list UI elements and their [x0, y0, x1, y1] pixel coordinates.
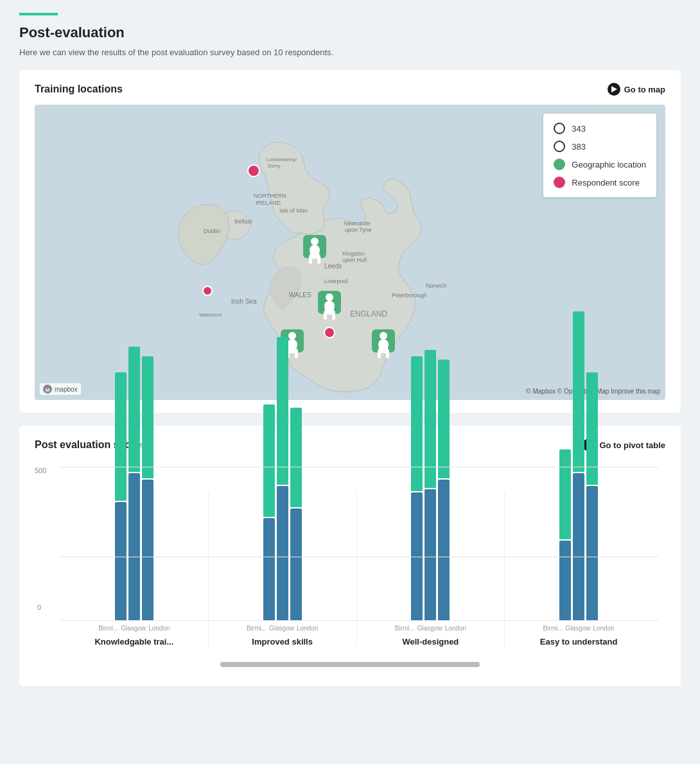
- bar-welldesigned-london-teal: [438, 480, 450, 621]
- svg-text:IRELAND: IRELAND: [256, 200, 281, 206]
- bar-easy-glasgow-green: [573, 311, 584, 472]
- svg-rect-34: [295, 349, 298, 358]
- page-wrapper: Post-evaluation Here we can view the res…: [0, 0, 700, 712]
- y-label-0: 0: [37, 603, 41, 611]
- group-title-4: Easy to understand: [540, 637, 618, 647]
- svg-text:ENGLAND: ENGLAND: [350, 309, 387, 318]
- bar-labels-3: Birmi... Glasgow London: [395, 625, 466, 632]
- bar-improved-glasgow-green: [277, 337, 288, 485]
- group-title-2: Improved skills: [252, 637, 313, 647]
- svg-text:Peterborough: Peterborough: [392, 292, 427, 299]
- legend-circle-343: [554, 123, 565, 134]
- bars-easytounderstand: [559, 467, 598, 621]
- post-evaluation-scores-card: Post evaluation scores Go to pivot table…: [19, 426, 681, 686]
- svg-text:Isle of Man: Isle of Man: [279, 207, 308, 214]
- svg-text:Liverpool: Liverpool: [324, 278, 348, 284]
- svg-text:Norwich: Norwich: [426, 282, 447, 289]
- bars-improved: [263, 467, 302, 621]
- chart-inner: Birmi... Glasgow London Knowledgable tra…: [60, 467, 659, 647]
- bar-labels-2: Birmi... Glasgow London: [247, 625, 318, 632]
- legend-item-383: 383: [554, 141, 646, 152]
- label-glasgow-4: Glasgow: [566, 625, 591, 632]
- bar-set-london-2: [290, 408, 302, 621]
- bar-set-birm-1: [115, 372, 127, 621]
- svg-text:Kingston: Kingston: [342, 250, 365, 257]
- label-birm-1: Birmi...: [98, 625, 118, 632]
- legend-label-343: 343: [572, 124, 586, 134]
- svg-point-27: [326, 293, 333, 301]
- svg-rect-29: [332, 311, 335, 320]
- svg-text:Leeds: Leeds: [324, 263, 342, 270]
- legend-circle-geo: [554, 159, 565, 170]
- label-birm-4: Birmi...: [543, 625, 563, 632]
- scrollbar[interactable]: [220, 662, 480, 667]
- label-london-4: London: [593, 625, 614, 632]
- legend-item-geo: Geographic location: [554, 159, 646, 170]
- respondent-dot-england: [324, 327, 335, 338]
- respondent-dot-scotland: [248, 165, 259, 177]
- map-legend: 343 383 Geographic location Respondent s…: [543, 114, 656, 197]
- grid-line-bottom: [60, 620, 659, 621]
- svg-point-22: [311, 238, 319, 245]
- bars-knowledgable: [115, 467, 153, 621]
- bar-knowledgable-glasgow-green: [128, 347, 140, 472]
- bar-knowledgable-london-green: [142, 356, 153, 478]
- svg-text:Belfast: Belfast: [234, 218, 252, 225]
- bar-knowledgable-london-teal: [142, 480, 153, 621]
- bar-easy-london-teal: [586, 486, 598, 621]
- svg-text:Newcastle: Newcastle: [344, 220, 371, 227]
- bar-knowledgable-glasgow-teal: [128, 473, 140, 621]
- label-london-2: London: [297, 625, 318, 632]
- group-title-3: Well-designed: [402, 637, 459, 647]
- bar-improved-glasgow-teal: [277, 486, 288, 621]
- svg-rect-23: [309, 255, 312, 264]
- svg-text:upon Hull: upon Hull: [342, 257, 367, 263]
- bar-easy-glasgow-teal: [573, 473, 584, 621]
- mapbox-logo-icon: M: [43, 385, 52, 394]
- bars-welldesigned: [411, 467, 450, 621]
- mapbox-attribution: M mapbox: [40, 383, 81, 395]
- bar-easy-london-green: [586, 372, 598, 485]
- legend-label-383: 383: [572, 142, 586, 152]
- svg-text:M: M: [46, 387, 50, 393]
- legend-circle-respondent: [554, 177, 565, 188]
- scrollbar-area[interactable]: [35, 662, 665, 673]
- bar-set-glasgow-4: [573, 311, 584, 621]
- respondent-dot-ireland: [203, 286, 212, 295]
- svg-point-37: [380, 332, 387, 340]
- legend-circle-383: [554, 141, 565, 152]
- label-glasgow-1: Glasgow: [121, 625, 146, 632]
- bar-set-london-1: [142, 356, 153, 621]
- grid-line-top: [60, 467, 659, 467]
- label-glasgow-2: Glasgow: [269, 625, 294, 632]
- legend-label-geo: Geographic location: [572, 160, 646, 169]
- scrollbar-thumb[interactable]: [220, 662, 480, 667]
- training-locations-title: Training locations: [35, 83, 123, 95]
- go-to-map-button[interactable]: Go to map: [608, 83, 665, 96]
- bar-set-glasgow-3: [424, 350, 436, 621]
- svg-text:Irish Sea: Irish Sea: [231, 298, 257, 305]
- svg-point-32: [288, 332, 296, 340]
- bar-improved-london-green: [290, 408, 302, 507]
- svg-rect-24: [317, 255, 320, 264]
- svg-text:Londonderry/: Londonderry/: [267, 157, 297, 162]
- page-title: Post-evaluation: [19, 24, 681, 41]
- legend-item-respondent: Respondent score: [554, 177, 646, 188]
- bar-set-birm-4: [559, 449, 571, 621]
- label-glasgow-3: Glasgow: [417, 625, 442, 632]
- svg-text:NORTHERN: NORTHERN: [254, 193, 286, 199]
- bar-labels-4: Birmi... Glasgow London: [543, 625, 614, 632]
- bar-improved-birm-green: [263, 404, 275, 517]
- bar-labels-1: Birmi... Glasgow London: [98, 625, 170, 632]
- go-to-pivot-label: Go to pivot table: [599, 440, 665, 450]
- go-to-map-label: Go to map: [624, 85, 665, 94]
- training-locations-header: Training locations Go to map: [35, 83, 665, 96]
- bar-improved-london-teal: [290, 508, 302, 621]
- svg-text:upon Tyne: upon Tyne: [345, 227, 372, 233]
- chart-area: 500 0: [35, 460, 665, 647]
- bar-easy-birm-green: [559, 449, 571, 539]
- top-accent-bar: [19, 13, 58, 15]
- bar-set-london-4: [586, 372, 598, 621]
- play-icon: [608, 83, 620, 96]
- legend-item-343: 343: [554, 123, 646, 134]
